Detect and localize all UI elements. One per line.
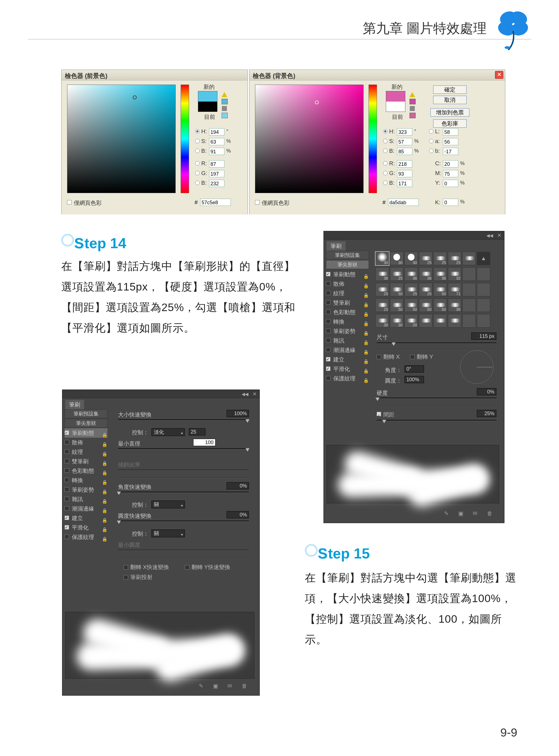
- brush-a-thumb-9[interactable]: 25: [390, 268, 403, 281]
- fg-websafe-swatch[interactable]: [222, 113, 228, 118]
- brush-b-option-1-lock-icon[interactable]: 🔒: [102, 440, 106, 444]
- brush-a-thumb-24[interactable]: 25: [376, 299, 389, 312]
- brush-a-option-2-lock-icon[interactable]: 🔒: [363, 291, 368, 295]
- bg-b-input[interactable]: 85: [397, 148, 412, 155]
- brush-a-thumbnail-grid[interactable]: 303030252525▲362536363632255025255071255…: [376, 252, 490, 328]
- brush-b-option-4-lock-icon[interactable]: 🔒: [102, 468, 106, 473]
- brush-a-thumb-36[interactable]: [433, 314, 447, 327]
- brush-a-thumb-21[interactable]: 71: [448, 283, 461, 296]
- brush-a-option-0-checkbox[interactable]: [326, 272, 331, 276]
- fg-sv-field[interactable]: [67, 85, 176, 193]
- brush-a-option-2[interactable]: 紋理🔒: [326, 289, 369, 298]
- fg-hue-slider[interactable]: [181, 85, 189, 193]
- bg-ok-button[interactable]: 確定: [433, 86, 467, 94]
- brush-a-option-9-lock-icon[interactable]: 🔒: [363, 357, 368, 362]
- fg-b2-input[interactable]: 232: [209, 180, 224, 187]
- brush-b-tab[interactable]: 筆刷: [65, 400, 84, 410]
- brush-a-option-9[interactable]: 建立🔒: [326, 355, 369, 364]
- brush-a-option-0[interactable]: 筆刷動態🔒: [326, 270, 369, 279]
- brush-a-option-2-checkbox[interactable]: [326, 291, 331, 295]
- bg-color-lib-button[interactable]: 色彩庫: [433, 119, 467, 128]
- brush-a-presets-button[interactable]: 筆刷預設集: [326, 251, 369, 259]
- brush-a-spacing-slider[interactable]: [377, 420, 496, 421]
- bg-s-input[interactable]: 57: [397, 138, 412, 145]
- brush-b-option-6-lock-icon[interactable]: 🔒: [102, 487, 106, 492]
- brush-a-angle-input[interactable]: 0°: [404, 365, 424, 372]
- brush-b-option-4[interactable]: 色彩動態🔒: [65, 466, 108, 476]
- bg-radio-s[interactable]: [383, 139, 387, 143]
- brush-a-option-11-lock-icon[interactable]: 🔒: [363, 376, 368, 380]
- brush-a-tipshape-button[interactable]: 筆尖形狀: [326, 260, 369, 269]
- brush-a-collapse-icon[interactable]: ◀◀: [486, 233, 493, 238]
- brush-b-mindiam-input[interactable]: 100: [193, 439, 216, 446]
- brush-a-option-11[interactable]: 保護紋理🔒: [326, 374, 369, 383]
- fg-radio-b[interactable]: [195, 148, 200, 153]
- brush-b-anglejitter-input[interactable]: 0%: [227, 482, 249, 489]
- brush-a-header[interactable]: ◀◀ ✕: [324, 231, 504, 239]
- bg-g-input[interactable]: 93: [397, 170, 412, 177]
- brush-b-sizejitter-slider[interactable]: [118, 419, 249, 420]
- brush-a-thumb-3[interactable]: 25: [419, 252, 432, 265]
- brush-a-thumb-31[interactable]: [477, 299, 490, 312]
- brush-a-thumb-37[interactable]: [448, 314, 461, 327]
- brush-b-option-11[interactable]: 保護紋理🔒: [65, 532, 108, 542]
- brush-b-control1-select[interactable]: 淡化: [152, 428, 185, 436]
- brush-b-tipshape-button[interactable]: 筆尖形狀: [65, 419, 108, 428]
- brush-a-option-5[interactable]: 轉換🔒: [326, 317, 369, 326]
- fg-radio-r[interactable]: [195, 161, 200, 165]
- brush-a-option-0-lock-icon[interactable]: 🔒: [363, 272, 368, 276]
- brush-b-roundjitter-slider[interactable]: [118, 521, 249, 522]
- fg-radio-h[interactable]: [195, 129, 200, 134]
- brush-a-footer-icons[interactable]: ✎ ▣ ✉ 🗑: [444, 510, 496, 519]
- bg-radio-b[interactable]: [383, 148, 387, 153]
- brush-a-thumb-10[interactable]: 36: [404, 268, 418, 281]
- brush-b-option-7-checkbox[interactable]: [65, 497, 69, 501]
- bg-radio-blab[interactable]: [429, 148, 433, 153]
- brush-a-thumb-8[interactable]: 36: [376, 268, 389, 281]
- brush-b-tilt-slider[interactable]: [118, 469, 249, 471]
- brush-a-spacing-thumb[interactable]: [382, 420, 386, 423]
- brush-b-header[interactable]: ◀◀ ✕: [62, 390, 260, 398]
- brush-a-close-icon[interactable]: ✕: [497, 232, 501, 238]
- brush-b-option-5[interactable]: 轉換🔒: [65, 476, 108, 485]
- brush-a-thumb-12[interactable]: 36: [433, 268, 447, 281]
- brush-b-option-3-checkbox[interactable]: [65, 459, 69, 463]
- brush-a-thumb-33[interactable]: 30: [390, 314, 403, 327]
- brush-a-thumb-23[interactable]: [477, 283, 490, 296]
- brush-a-option-7-lock-icon[interactable]: 🔒: [363, 338, 368, 343]
- brush-a-option-7[interactable]: 雜訊🔒: [326, 336, 369, 345]
- brush-a-thumb-27[interactable]: 50: [419, 299, 432, 312]
- brush-a-option-6[interactable]: 筆刷姿勢🔒: [326, 326, 369, 336]
- brush-b-option-9[interactable]: 建立🔒: [65, 513, 108, 523]
- brush-b-option-1-checkbox[interactable]: [65, 440, 69, 444]
- fg-h-input[interactable]: 194: [209, 128, 224, 136]
- brush-a-thumb-7[interactable]: ▲: [477, 252, 490, 265]
- brush-a-thumb-5[interactable]: 25: [448, 252, 461, 265]
- brush-b-option-3[interactable]: 雙筆刷🔒: [65, 457, 108, 466]
- brush-a-thumb-6[interactable]: [463, 252, 476, 265]
- brush-a-option-8[interactable]: 潮濕邊緣🔒: [326, 345, 369, 355]
- brush-b-sizejitter-thumb[interactable]: [246, 419, 249, 423]
- brush-b-presets-button[interactable]: 筆刷預設集: [65, 409, 108, 418]
- bg-webonly-checkbox[interactable]: [255, 200, 260, 205]
- brush-a-option-1[interactable]: 散佈🔒: [326, 279, 369, 289]
- brush-a-option-3-lock-icon[interactable]: 🔒: [363, 300, 368, 305]
- brush-b-option-3-lock-icon[interactable]: 🔒: [102, 459, 106, 463]
- fg-webonly-checkbox[interactable]: [67, 200, 71, 205]
- brush-b-brushproj-checkbox[interactable]: 筆刷投射: [124, 573, 153, 581]
- fg-gamut-warning-icon[interactable]: [222, 92, 227, 97]
- brush-a-size-thumb[interactable]: [392, 343, 396, 346]
- brush-a-option-7-checkbox[interactable]: [326, 338, 331, 343]
- brush-a-thumb-32[interactable]: 30: [376, 314, 389, 327]
- brush-a-option-1-lock-icon[interactable]: 🔒: [363, 281, 368, 286]
- brush-b-control1-steps[interactable]: 25: [189, 428, 205, 435]
- brush-a-round-input[interactable]: 100%: [404, 376, 424, 383]
- bg-hex-input[interactable]: da5dab: [388, 199, 419, 206]
- brush-a-option-9-checkbox[interactable]: [326, 357, 331, 362]
- bg-a-input[interactable]: 56: [443, 138, 458, 145]
- brush-b-option-0-lock-icon[interactable]: 🔒: [102, 431, 106, 435]
- brush-a-option-10[interactable]: 平滑化🔒: [326, 364, 369, 374]
- bg-sv-field[interactable]: [255, 85, 363, 193]
- brush-b-option-11-lock-icon[interactable]: 🔒: [102, 534, 106, 539]
- brush-b-option-5-lock-icon[interactable]: 🔒: [102, 478, 106, 482]
